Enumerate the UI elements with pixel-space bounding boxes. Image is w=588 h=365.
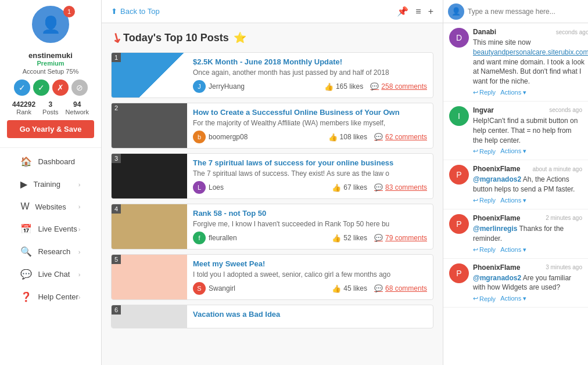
chat-mention[interactable]: @mgranados2 <box>473 175 521 183</box>
premium-badge: Premium <box>37 60 64 67</box>
post-comments-1[interactable]: 💬 258 comments <box>370 82 427 91</box>
sidebar-item-live-chat[interactable]: 💬 Live Chat › <box>12 263 88 286</box>
actions-button-danabi[interactable]: Actions ▾ <box>500 89 526 96</box>
rank-row: 442292 Rank 3 Posts 94 Network <box>12 100 89 115</box>
reply-button-danabi[interactable]: ↩ Reply <box>473 89 496 96</box>
add-icon[interactable]: + <box>428 6 433 17</box>
chat-time-phoenixflame1: about a minute ago <box>532 166 582 172</box>
actions-button-phoenixflame1[interactable]: Actions ▾ <box>500 197 526 204</box>
filter-icon[interactable]: ≡ <box>415 6 421 17</box>
post-likes-4: 👍 52 likes <box>332 234 367 243</box>
sidebar-item-websites[interactable]: W Websites › <box>12 196 88 218</box>
actions-button-phoenixflame2[interactable]: Actions ▾ <box>500 246 526 254</box>
reply-button-phoenixflame2[interactable]: ↩ Reply <box>473 246 496 254</box>
post-title-6[interactable]: Vacation was a Bad Idea <box>193 310 427 319</box>
nav-label-websites: Websites <box>35 203 66 211</box>
nav-arrow-help-center: › <box>78 294 81 301</box>
chat-msg-meta-phoenixflame3: PhoenixFlame 3 minutes ago <box>473 263 582 272</box>
reply-icon-danabi: ↩ <box>473 89 478 96</box>
post-title-5[interactable]: Meet my Sweet Pea! <box>193 259 427 268</box>
post-comments-3[interactable]: 💬 83 comments <box>374 183 427 192</box>
post-title-4[interactable]: Rank 58 - not Top 50 <box>193 209 427 218</box>
main-content: ⬆ Back to Top 📌 ≡ + ↘ Today's Top 10 Pos… <box>102 0 443 365</box>
status-icon-green[interactable]: ✓ <box>33 79 49 96</box>
post-comments-5[interactable]: 💬 68 comments <box>374 284 427 293</box>
author-name-3: Loes <box>209 183 224 191</box>
sidebar-item-help-center[interactable]: ❓ Help Center › <box>12 286 88 308</box>
nav-left-websites: W Websites <box>20 201 66 212</box>
status-icon-gray[interactable]: ⊘ <box>71 79 88 96</box>
post-excerpt-5: I told you I adopted a sweet, senior, ca… <box>193 270 414 279</box>
nav-left-dashboard: 🏠 Dashboard <box>20 156 75 167</box>
sidebar-item-dashboard[interactable]: 🏠 Dashboard <box>12 150 88 173</box>
chat-time-ingvar: seconds ago <box>549 107 582 113</box>
chat-mention[interactable]: @mgranados2 <box>473 274 521 282</box>
post-title-3[interactable]: The 7 spiritual laws of success for your… <box>193 158 427 167</box>
chat-link[interactable]: beautyandpersonalcare.siterubix.com <box>473 48 588 56</box>
post-thumbnail-6: 6 <box>112 305 187 328</box>
nav-list: 🏠 Dashboard ▶ Training › W Websites › 📅 … <box>12 150 88 308</box>
go-yearly-button[interactable]: Go Yearly & Save <box>7 120 94 138</box>
back-to-top-button[interactable]: ⬆ Back to Top <box>111 7 160 16</box>
pin-icon[interactable]: 📌 <box>397 6 408 17</box>
post-stats-1: 👍 165 likes 💬 258 comments <box>324 82 427 91</box>
post-meta-1: J JerryHuang 👍 165 likes 💬 258 comments <box>193 80 427 93</box>
post-author-1: J JerryHuang <box>193 80 245 93</box>
likes-icon-5: 👍 <box>332 284 341 293</box>
post-likes-2: 👍 108 likes <box>328 133 367 142</box>
post-comments-4[interactable]: 💬 79 comments <box>374 234 427 243</box>
post-title-1[interactable]: $2.5K Month - June 2018 Monthly Update! <box>193 57 427 66</box>
nav-label-live-events: Live Events <box>38 225 77 233</box>
chat-avatar-phoenixflame2: P <box>449 214 469 234</box>
post-stats-5: 👍 45 likes 💬 68 comments <box>332 284 427 293</box>
notification-badge[interactable]: 1 <box>63 6 75 17</box>
chat-text-ingvar: Help!Can't find a submit button on help … <box>473 116 582 145</box>
reply-button-ingvar[interactable]: ↩ Reply <box>473 147 496 155</box>
top-bar: ⬆ Back to Top 📌 ≡ + <box>102 0 443 23</box>
chat-actions-row-phoenixflame2: ↩ Reply Actions ▾ <box>473 246 582 254</box>
reply-button-phoenixflame3[interactable]: ↩ Reply <box>473 295 496 302</box>
status-icon-red[interactable]: ✗ <box>52 79 69 96</box>
status-icon-blue[interactable]: ✓ <box>14 79 30 96</box>
nav-icon-training: ▶ <box>20 179 27 190</box>
actions-button-ingvar[interactable]: Actions ▾ <box>500 147 526 155</box>
chat-msg-right-phoenixflame3: PhoenixFlame 3 minutes ago @mgranados2 A… <box>473 263 582 303</box>
author-avatar-5: S <box>193 282 206 295</box>
avatar-area: 👤 1 <box>32 6 69 43</box>
nav-icon-research: 🔍 <box>20 246 32 257</box>
post-comments-2[interactable]: 💬 62 comments <box>374 133 427 142</box>
author-name-4: fleurallen <box>209 234 237 242</box>
chat-mention[interactable]: @merlinregis <box>473 225 517 233</box>
nav-arrow-live-chat: › <box>78 271 81 278</box>
chat-avatar-phoenixflame1: P <box>449 165 469 185</box>
sidebar-item-training[interactable]: ▶ Training › <box>12 173 88 196</box>
chat-self-avatar: 👤 <box>448 3 464 20</box>
post-thumbnail-1: 1 <box>112 53 187 97</box>
post-stats-4: 👍 52 likes 💬 79 comments <box>332 234 427 243</box>
posts-list: 1 $2.5K Month - June 2018 Monthly Update… <box>111 52 433 328</box>
post-number-3: 3 <box>112 154 121 163</box>
nav-icon-dashboard: 🏠 <box>20 156 32 167</box>
chat-text-phoenixflame3: @mgranados2 Are you familiar with how Wi… <box>473 273 582 293</box>
post-card-3: 3 The 7 spiritual laws of success for yo… <box>111 153 433 199</box>
post-number-5: 5 <box>112 255 121 264</box>
sidebar-item-research[interactable]: 🔍 Research › <box>12 240 88 263</box>
chat-msg-right-ingvar: Ingvar seconds ago Help!Can't find a sub… <box>473 106 582 155</box>
chat-msg-header-phoenixflame2: P PhoenixFlame 2 minutes ago @merlinregi… <box>449 214 582 254</box>
reply-button-phoenixflame1[interactable]: ↩ Reply <box>473 197 496 204</box>
post-excerpt-2: For the majority of Wealthy Affiliate (W… <box>193 119 414 127</box>
post-thumbnail-3: 3 <box>112 154 187 198</box>
rank-value: 442292 <box>12 100 35 109</box>
post-meta-5: S Swangirl 👍 45 likes 💬 68 comments <box>193 282 427 295</box>
author-avatar-3: L <box>193 181 206 194</box>
posts-item: 3 Posts <box>42 100 59 115</box>
up-arrow-icon: ⬆ <box>111 7 117 16</box>
chat-input-row: 👤 <box>443 0 588 23</box>
actions-button-phoenixflame3[interactable]: Actions ▾ <box>500 295 526 302</box>
sidebar-item-live-events[interactable]: 📅 Live Events › <box>12 218 88 240</box>
post-likes-5: 👍 45 likes <box>332 284 367 293</box>
chat-input[interactable] <box>468 8 583 16</box>
post-title-2[interactable]: How to Create a Successful Online Busine… <box>193 108 427 117</box>
chat-text-phoenixflame1: @mgranados2 Ah, the Actions button helps… <box>473 175 582 194</box>
post-card-2: 2 How to Create a Successful Online Busi… <box>111 103 433 149</box>
